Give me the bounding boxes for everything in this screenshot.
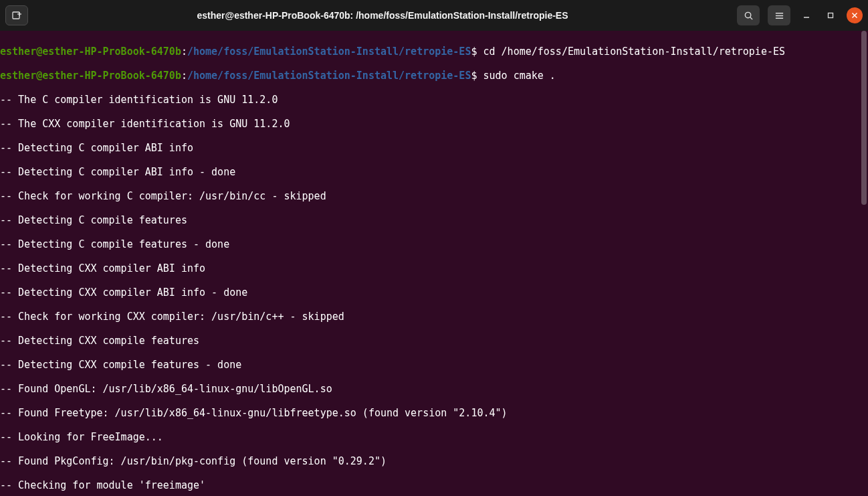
hamburger-icon [774, 11, 784, 21]
new-tab-button[interactable] [5, 5, 28, 25]
output-line: -- Detecting CXX compiler ABI info [0, 262, 868, 274]
output-line: -- Detecting C compiler ABI info - done [0, 166, 868, 178]
terminal-output[interactable]: esther@esther-HP-ProBook-6470b:/home/fos… [0, 31, 868, 496]
svg-line-4 [750, 17, 752, 19]
prompt-path: /home/foss/EmulationStation-Install/retr… [187, 70, 471, 82]
prompt-path: /home/foss/EmulationStation-Install/retr… [187, 46, 471, 58]
titlebar: esther@esther-HP-ProBook-6470b: /home/fo… [0, 0, 868, 31]
output-line: -- The CXX compiler identification is GN… [0, 118, 868, 130]
output-line: -- Check for working CXX compiler: /usr/… [0, 311, 868, 323]
prompt-user: esther@esther-HP-ProBook-6470b [0, 46, 181, 58]
maximize-icon [827, 11, 835, 19]
output-line: -- Checking for module 'freeimage' [0, 479, 868, 491]
search-button[interactable] [737, 5, 760, 25]
svg-rect-9 [829, 13, 833, 18]
output-line: -- Detecting CXX compiler ABI info - don… [0, 286, 868, 299]
svg-point-3 [745, 12, 750, 17]
output-line: -- Found OpenGL: /usr/lib/x86_64-linux-g… [0, 383, 868, 395]
output-line: -- Detecting C compile features [0, 214, 868, 226]
prompt-dollar: $ [471, 46, 483, 58]
prompt-dollar: $ [471, 70, 483, 82]
close-icon [851, 12, 858, 19]
command-sudo-cmake: sudo cmake . [483, 70, 555, 82]
minimize-button[interactable] [798, 7, 815, 23]
output-line: -- Detecting C compiler ABI info [0, 142, 868, 154]
window-title: esther@esther-HP-ProBook-6470b: /home/fo… [33, 9, 732, 21]
menu-button[interactable] [768, 5, 790, 25]
prompt-colon: : [181, 46, 187, 58]
new-tab-icon [11, 10, 22, 21]
prompt-colon: : [181, 70, 187, 82]
prompt-line-1: esther@esther-HP-ProBook-6470b:/home/fos… [0, 46, 868, 58]
output-line: -- Found PkgConfig: /usr/bin/pkg-config … [0, 455, 868, 467]
maximize-button[interactable] [823, 7, 839, 23]
prompt-line-2: esther@esther-HP-ProBook-6470b:/home/fos… [0, 70, 868, 82]
output-line: -- Found Freetype: /usr/lib/x86_64-linux… [0, 407, 868, 419]
svg-rect-0 [13, 12, 19, 19]
output-line: -- Detecting CXX compile features [0, 335, 868, 347]
scrollbar-thumb[interactable] [861, 31, 867, 205]
search-icon [744, 11, 754, 21]
scrollbar[interactable] [860, 31, 868, 496]
close-button[interactable] [847, 7, 863, 23]
output-line: -- Check for working C compiler: /usr/bi… [0, 190, 868, 202]
minimize-icon [802, 11, 810, 19]
output-line: -- Looking for FreeImage... [0, 431, 868, 443]
output-line: -- The C compiler identification is GNU … [0, 94, 868, 106]
window-controls [737, 5, 863, 25]
command-cd: cd /home/foss/EmulationStation-Install/r… [483, 46, 785, 58]
prompt-user: esther@esther-HP-ProBook-6470b [0, 70, 181, 82]
output-line: -- Detecting CXX compile features - done [0, 359, 868, 371]
output-line: -- Detecting C compile features - done [0, 238, 868, 250]
